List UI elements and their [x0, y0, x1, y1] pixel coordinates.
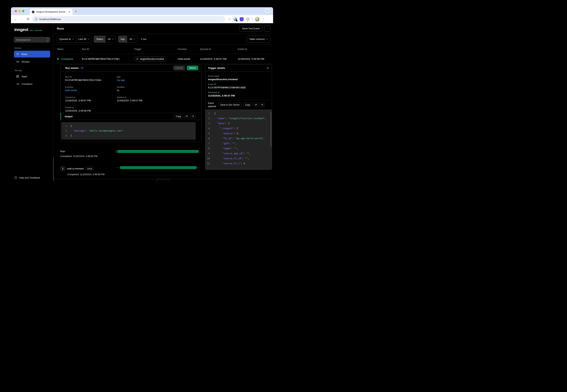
- browser-tab[interactable]: Inngest Development Server ✕: [30, 9, 72, 15]
- functions-terminal-icon: [16, 83, 19, 85]
- new-tab-button[interactable]: +: [75, 10, 77, 13]
- rerun-button[interactable]: Rerun: [187, 66, 198, 70]
- inngest-app: inngest DEV SERVER Development Monitor: [11, 23, 273, 182]
- copy-output-button[interactable]: Copy: [174, 114, 183, 119]
- scroll-down-icon: [192, 115, 194, 118]
- status-dot-completed: [57, 58, 59, 60]
- status-filter[interactable]: Status All: [94, 36, 116, 43]
- maximize-window-button[interactable]: [22, 10, 24, 12]
- output-code-block[interactable]: 1{2 "message": "Hello test@example.com!"…: [61, 122, 196, 140]
- settings-button[interactable]: [264, 26, 270, 31]
- runs-list-icon: [16, 53, 19, 56]
- scroll-to-bottom-button[interactable]: [190, 114, 195, 119]
- sidebar-item-runs[interactable]: Runs: [14, 51, 50, 57]
- trigger-details-title: Trigger details: [208, 67, 225, 70]
- cancel-button[interactable]: Cancel: [173, 66, 185, 70]
- sidebar-item-label: Stream: [22, 60, 30, 63]
- inngest-favicon: [31, 10, 35, 14]
- back-button[interactable]: ←: [13, 17, 18, 21]
- run-details-card: Run details Cancel Rerun: [60, 64, 201, 142]
- browser-menu-icon[interactable]: ⋮: [262, 17, 265, 21]
- toolbar-divider: [252, 17, 253, 21]
- bottom-peek-button[interactable]: [156, 179, 170, 182]
- sidebar-section-manage: Manage: [15, 69, 50, 71]
- forward-button[interactable]: →: [19, 17, 24, 21]
- col-status: Status: [57, 48, 82, 51]
- table-columns-button[interactable]: Table columns: [247, 36, 270, 43]
- browser-toolbar: ← → ⟳ i localhost:8288/runs ☆ ⋮: [11, 15, 273, 23]
- col-ended-at: Ended at: [238, 48, 273, 51]
- environment-select[interactable]: Development: [14, 37, 50, 42]
- bookmark-star-icon[interactable]: ☆: [228, 17, 231, 21]
- step-trail-tick: [197, 168, 199, 168]
- field-app: App my-app: [117, 76, 197, 82]
- table-header: Status Run ID Trigger Function Queued at…: [53, 44, 273, 54]
- expand-step-button[interactable]: ❯: [60, 166, 65, 171]
- timeline-step-completed: Completed: 11/16/2024, 3:49:58 PM: [67, 173, 115, 176]
- status-filter-select[interactable]: All: [105, 36, 115, 42]
- send-to-dev-server-button[interactable]: Send to Dev Server: [218, 103, 242, 107]
- wrap-text-button[interactable]: [184, 114, 189, 119]
- gear-icon: [267, 27, 268, 30]
- minimize-window-button[interactable]: [18, 10, 21, 12]
- event-payload-code-block[interactable]: 1{2 "name": "inngest/function.invoked",3…: [205, 110, 272, 170]
- field-run-id: Run ID 01JCVBTMV3WXY9D3CFDEJFZSB1: [65, 76, 117, 82]
- sidebar-item-functions[interactable]: Functions: [14, 81, 50, 87]
- reload-button[interactable]: ⟳: [26, 17, 30, 21]
- tab-search-button[interactable]: [265, 9, 270, 13]
- sidebar-item-label: Functions: [22, 83, 32, 85]
- row-queued-at: 11/16/2024, 3:49:57 PM: [200, 57, 238, 60]
- browser-window: Inngest Development Server ✕ + ← → ⟳ i l…: [11, 7, 273, 182]
- app-filter-label: App: [118, 36, 127, 42]
- chevrons-up-down-icon: [47, 38, 48, 41]
- site-info-icon[interactable]: i: [35, 18, 38, 21]
- sidebar-item-stream[interactable]: Stream: [14, 58, 50, 65]
- scroll-down-icon: [261, 104, 263, 106]
- chevron-down-icon: [88, 38, 89, 40]
- chevron-down-icon: [266, 38, 268, 40]
- app-filter-value: All: [129, 38, 132, 41]
- app-filter[interactable]: App All: [118, 36, 138, 43]
- password-manager-extension-icon[interactable]: [233, 17, 237, 21]
- vertical-scrollbar[interactable]: [53, 158, 54, 181]
- help-and-feedback[interactable]: ? Help and Feedback: [14, 176, 40, 179]
- function-link[interactable]: hello-world: [65, 89, 117, 92]
- timeline-run-completed: Completed: 11/16/2024, 3:49:58 PM: [60, 155, 115, 158]
- app-link[interactable]: my-app: [117, 79, 197, 82]
- trigger-badge[interactable]: inngest/function.invoked: [134, 57, 166, 61]
- collapse-panel-icon[interactable]: [266, 67, 269, 70]
- close-window-button[interactable]: [15, 10, 17, 12]
- time-filter[interactable]: Queued at Last 3d: [57, 36, 92, 43]
- event-payload-header: Event payload Send to Dev Server Copy: [205, 100, 272, 110]
- url-text: localhost:8288/runs: [39, 18, 61, 21]
- chevron-down-icon: [112, 38, 114, 40]
- scroll-payload-button[interactable]: [260, 103, 265, 107]
- field-received-at: Received at 11/16/2024, 3:49:57 PM: [208, 91, 269, 97]
- filter-bar: Queued at Last 3d Status All: [53, 34, 273, 44]
- time-range-select[interactable]: Last 3d: [76, 36, 92, 42]
- environment-select-value: Development: [16, 38, 31, 41]
- sidebar-item-apps[interactable]: Apps: [14, 73, 50, 80]
- payload-scrollbar[interactable]: [270, 112, 271, 147]
- send-test-event-button[interactable]: Send Test Event: [239, 26, 262, 31]
- table-row[interactable]: Completed 01JCVBTMV3WXY9D3CFDEJFZSB1 inn…: [53, 54, 273, 64]
- timeline-step-row[interactable]: ❯ wait-a-moment sleep Completed: 11/16/2…: [60, 166, 201, 176]
- window-controls[interactable]: [15, 10, 24, 12]
- timeline-run-row[interactable]: Run Completed: 11/16/2024, 3:49:58 PM: [60, 150, 201, 158]
- external-link-icon[interactable]: [81, 67, 84, 70]
- trigger-name: inngest/function.invoked: [140, 58, 164, 60]
- run-timeline: Run Completed: 11/16/2024, 3:49:58 PM: [60, 150, 201, 176]
- sidebar-item-label: Apps: [22, 75, 27, 78]
- purple-extension-icon[interactable]: [240, 17, 244, 21]
- step-progress-bar: [120, 166, 197, 169]
- time-field-select[interactable]: Queued at: [57, 36, 76, 42]
- tab-close-icon[interactable]: ✕: [68, 11, 71, 13]
- help-label: Help and Feedback: [19, 176, 40, 179]
- extensions-puzzle-icon[interactable]: [246, 17, 250, 21]
- sidebar: inngest DEV SERVER Development Monitor: [11, 23, 53, 182]
- url-bar[interactable]: i localhost:8288/runs: [32, 16, 225, 22]
- profile-avatar[interactable]: [255, 17, 259, 21]
- app-filter-select[interactable]: All: [127, 36, 137, 42]
- wrap-payload-button[interactable]: [254, 103, 258, 107]
- copy-payload-button[interactable]: Copy: [243, 103, 252, 107]
